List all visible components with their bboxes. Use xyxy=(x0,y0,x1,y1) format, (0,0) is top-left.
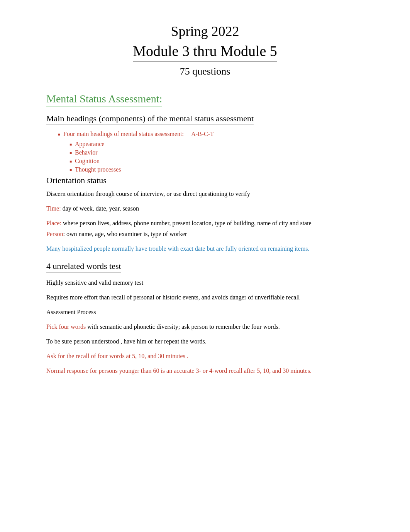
four-words-body2: Requires more effort than recall of pers… xyxy=(46,293,364,302)
person-text: : own name, age, who examiner is, type o… xyxy=(63,231,187,237)
bullet-icon-level2-cognition: ■ xyxy=(69,159,72,163)
bullet-icon-level1: ■ xyxy=(58,132,60,136)
four-words-normal: Normal response for persons younger than… xyxy=(46,366,364,376)
pick-label: Pick four words xyxy=(46,323,86,330)
four-words-body1: Highly sensitive and valid memory test xyxy=(46,278,364,287)
bullet-icon-level2-behavior: ■ xyxy=(69,151,72,155)
pick-text: with semantic and phonetic diversity; as… xyxy=(86,323,280,330)
time-text: day of week, date, year, season xyxy=(61,205,139,212)
place-text: where person lives, address, phone numbe… xyxy=(61,220,312,226)
bullet-level1-text: Four main headings of mental status asse… xyxy=(63,131,214,138)
bullet-level2-behavior: ■ Behavior xyxy=(69,149,364,156)
msa-heading: Mental Status Assessment: xyxy=(46,93,162,107)
bullet-level2-appearance: ■ Appearance xyxy=(69,141,364,148)
orientation-time: Time: day of week, date, year, season xyxy=(46,204,364,213)
bullet-list-level2: ■ Appearance ■ Behavior ■ Cognition ■ Th… xyxy=(69,141,364,173)
four-words-body3: Assessment Process xyxy=(46,308,364,317)
bullet-level1-item: ■ Four main headings of mental status as… xyxy=(58,131,364,138)
bullet-level2-cognition: ■ Cognition xyxy=(69,158,364,165)
bullet-icon-level2-thought: ■ xyxy=(69,168,72,172)
title-module: Module 3 thru Module 5 xyxy=(133,42,277,62)
four-words-heading: 4 unrelated words test xyxy=(46,261,121,273)
header: Spring 2022 Module 3 thru Module 5 75 qu… xyxy=(46,23,364,77)
title-spring: Spring 2022 xyxy=(46,23,364,39)
orientation-note: Many hospitalized people normally have t… xyxy=(46,244,364,253)
place-label: Place: xyxy=(46,220,61,226)
main-components-heading: Main headings (components) of the mental… xyxy=(46,114,254,125)
orientation-place: Place: where person lives, address, phon… xyxy=(46,219,364,228)
four-words-section: 4 unrelated words test Highly sensitive … xyxy=(46,259,364,376)
person-label: Person xyxy=(46,231,63,237)
bullet-list-level1: ■ Four main headings of mental status as… xyxy=(58,131,364,138)
orientation-person: Person: own name, age, who examiner is, … xyxy=(46,229,364,239)
four-words-ask: Ask for the recall of four words at 5, 1… xyxy=(46,352,364,361)
bullet-level2-thought: ■ Thought processes xyxy=(69,166,364,173)
four-words-pick: Pick four words with semantic and phonet… xyxy=(46,322,364,331)
bullet-icon-level2-appearance: ■ xyxy=(69,142,72,146)
four-words-understood: To be sure person understood , have him … xyxy=(46,337,364,346)
orientation-heading: Orientation status xyxy=(46,175,364,185)
orientation-body1: Discern orientation through course of in… xyxy=(46,189,364,199)
msa-section: Mental Status Assessment: Main headings … xyxy=(46,89,364,253)
time-label: Time: xyxy=(46,205,61,212)
title-questions: 75 questions xyxy=(46,66,364,77)
